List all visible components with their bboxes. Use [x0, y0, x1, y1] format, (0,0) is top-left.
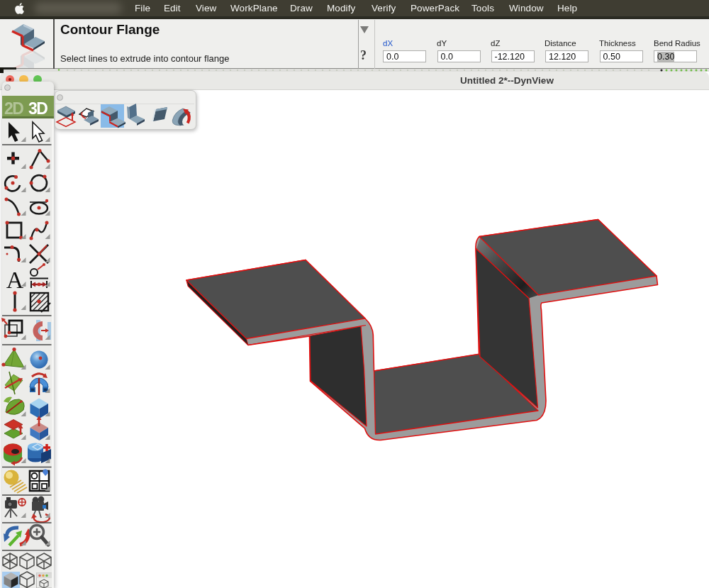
- svg-text:A: A: [6, 267, 24, 293]
